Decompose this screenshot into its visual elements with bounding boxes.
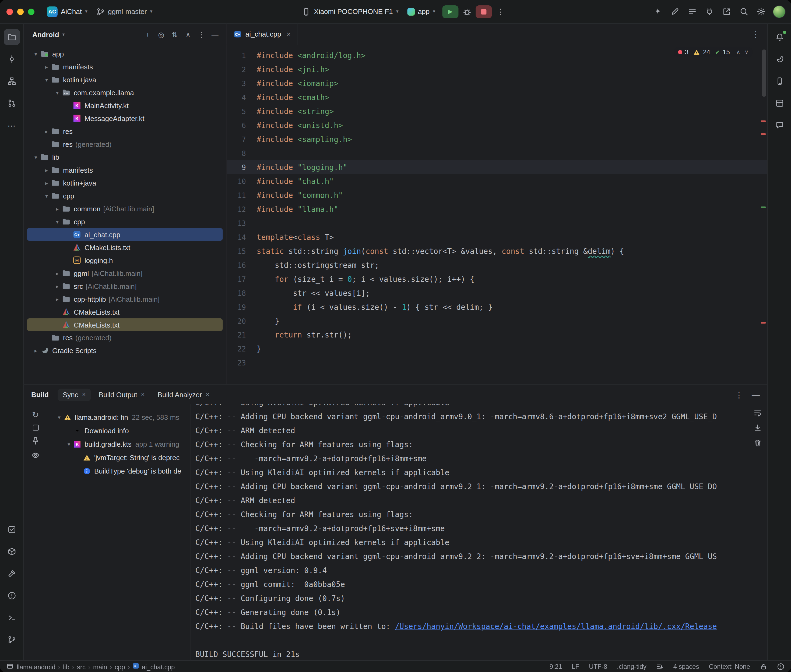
code-line[interactable]: 16 std::ostringstream str; xyxy=(226,258,767,272)
breadcrumb-item[interactable]: llama.android xyxy=(17,663,55,670)
tree-item-res[interactable]: ▸res xyxy=(27,125,223,138)
more-tool-windows-button[interactable]: ⋯ xyxy=(3,117,20,133)
line-number[interactable]: 8 xyxy=(226,149,257,157)
layout-inspector-button[interactable] xyxy=(771,95,788,111)
tree-item-kotlin-java[interactable]: ▾kotlin+java xyxy=(27,73,223,86)
chevron-right-icon[interactable]: ▸ xyxy=(31,347,40,354)
tree-item-cpp[interactable]: ▾cpp xyxy=(27,215,223,228)
context-selector[interactable]: Context: None xyxy=(709,662,750,670)
code-line[interactable]: 14template<class T> xyxy=(226,230,767,244)
tree-item-cmakelists-txt[interactable]: CMakeLists.txt xyxy=(27,241,223,254)
hide-panel-icon[interactable]: — xyxy=(210,31,220,38)
chevron-right-icon[interactable]: ▸ xyxy=(42,128,51,134)
tree-item-gradle-scripts[interactable]: ▸Gradle Scripts xyxy=(27,344,223,357)
tab-build-output[interactable]: Build Output × xyxy=(93,388,150,401)
tree-item-cmakelists-txt[interactable]: CMakeLists.txt xyxy=(27,306,223,318)
tab-build-analyzer[interactable]: Build Analyzer × xyxy=(152,388,215,401)
user-avatar[interactable] xyxy=(773,5,786,18)
re-sync-icon[interactable]: ↻ xyxy=(32,411,39,419)
code-line[interactable]: 21 return str.str(); xyxy=(226,328,767,342)
chevron-right-icon[interactable]: ▸ xyxy=(42,64,51,70)
line-number[interactable]: 6 xyxy=(226,121,257,130)
code-line[interactable]: 3#include <iomanip> xyxy=(226,76,767,90)
locate-file-icon[interactable]: ◎ xyxy=(157,31,166,38)
lock-icon[interactable] xyxy=(760,662,767,670)
commit-tool-button[interactable] xyxy=(3,51,20,67)
line-number[interactable]: 13 xyxy=(226,219,257,227)
sync-tree-item[interactable]: 'jvmTarget: String' is deprec xyxy=(47,451,191,464)
settings-button[interactable] xyxy=(753,5,769,19)
rename-refactor-button[interactable] xyxy=(667,5,682,19)
line-number[interactable]: 7 xyxy=(226,135,257,143)
sync-tree-item[interactable]: ▾llama.android: fin22 sec, 583 ms xyxy=(47,411,191,424)
code-line[interactable]: 18 str << values[i]; xyxy=(226,286,767,300)
code-line[interactable]: 20 } xyxy=(226,314,767,328)
run-button[interactable]: ▶ xyxy=(442,5,458,18)
chevron-down-icon[interactable]: ▾ xyxy=(42,77,51,83)
line-number[interactable]: 20 xyxy=(226,317,257,325)
tree-item-ai-chat-cpp[interactable]: C+ai_chat.cpp xyxy=(27,228,223,241)
encoding-selector[interactable]: UTF-8 xyxy=(589,662,607,670)
terminal-tool-button[interactable] xyxy=(3,610,20,626)
sync-tree-item[interactable]: Download info xyxy=(47,424,191,437)
clear-console-icon[interactable] xyxy=(753,438,762,447)
zoom-window-button[interactable] xyxy=(28,8,34,15)
stop-button[interactable] xyxy=(476,5,492,18)
breadcrumb-item[interactable]: ai_chat.cpp xyxy=(142,663,175,670)
debug-button[interactable] xyxy=(459,5,475,19)
sync-tree-item[interactable]: BuildType 'debug' is both de xyxy=(47,464,191,478)
line-number[interactable]: 19 xyxy=(226,303,257,311)
line-number[interactable]: 21 xyxy=(226,331,257,339)
code-editor[interactable]: 1#include <android/log.h>2#include <jni.… xyxy=(226,45,767,384)
editor-tab[interactable]: C+ ai_chat.cpp × xyxy=(226,24,298,45)
tree-item-cmakelists-txt[interactable]: CMakeLists.txt xyxy=(27,318,223,331)
more-actions-icon[interactable]: ⋮ xyxy=(493,5,508,19)
task-list-button[interactable] xyxy=(684,5,700,19)
code-line[interactable]: 23 xyxy=(226,356,767,370)
chevron-down-icon[interactable]: ▾ xyxy=(64,441,73,447)
breadcrumb-item[interactable]: src xyxy=(77,663,86,670)
line-number[interactable]: 12 xyxy=(226,205,257,213)
line-number[interactable]: 22 xyxy=(226,345,257,353)
build-tool-button[interactable] xyxy=(3,565,20,582)
close-tab-icon[interactable]: × xyxy=(141,391,145,398)
code-line[interactable]: 5#include <string> xyxy=(226,104,767,118)
close-tab-icon[interactable]: × xyxy=(287,30,291,38)
ai-assistant-button[interactable] xyxy=(650,5,665,19)
tree-item-messageadapter-kt[interactable]: KMessageAdapter.kt xyxy=(27,112,223,125)
chevron-right-icon[interactable]: ▸ xyxy=(53,283,62,289)
minimize-window-button[interactable] xyxy=(17,8,24,15)
code-line[interactable]: 7#include <sampling.h> xyxy=(226,132,767,146)
share-button[interactable] xyxy=(719,5,734,19)
code-line[interactable]: 13 xyxy=(226,216,767,230)
chevron-right-icon[interactable]: ▸ xyxy=(42,167,51,173)
chevron-right-icon[interactable]: ▸ xyxy=(53,270,62,276)
breadcrumb-item[interactable]: cpp xyxy=(115,663,125,670)
run-config-selector[interactable]: app ▾ xyxy=(403,6,439,17)
line-number[interactable]: 1 xyxy=(226,51,257,59)
chevron-down-icon[interactable]: ▾ xyxy=(53,90,62,96)
prev-problem-icon[interactable]: ∧ xyxy=(736,50,740,55)
code-line[interactable]: 10#include "chat.h" xyxy=(226,174,767,188)
tree-item-cpp[interactable]: ▾cpp xyxy=(27,189,223,202)
tree-item-manifests[interactable]: ▸manifests xyxy=(27,60,223,73)
change-stripe-mark[interactable] xyxy=(761,206,766,208)
error-stripe-mark[interactable] xyxy=(761,120,766,122)
stop-sync-icon[interactable] xyxy=(32,425,39,430)
close-tab-icon[interactable]: × xyxy=(205,391,209,398)
indent-selector[interactable]: 4 spaces xyxy=(673,662,699,670)
search-everywhere-button[interactable] xyxy=(736,5,751,19)
code-line[interactable]: 17 for (size_t i = 0; i < values.size();… xyxy=(226,272,767,286)
build-console[interactable]: C/C++: -- Using KleidiAI optimized kerne… xyxy=(191,404,767,660)
line-number[interactable]: 23 xyxy=(226,359,257,367)
code-line[interactable]: 15static std::string join(const std::vec… xyxy=(226,244,767,258)
chevron-right-icon[interactable]: ▸ xyxy=(42,180,51,186)
line-number[interactable]: 3 xyxy=(226,79,257,87)
notifications-button[interactable] xyxy=(771,29,788,45)
console-link[interactable]: /Users/hanyin/Workspace/ai-chat/examples… xyxy=(395,622,717,630)
expand-all-icon[interactable]: ⇅ xyxy=(170,31,179,38)
more-options-icon[interactable]: ⋮ xyxy=(197,31,206,38)
build-tool-window-title[interactable]: Build xyxy=(31,390,49,398)
tab-sync[interactable]: Sync × xyxy=(57,388,91,401)
device-selector[interactable]: Xiaomi POCOPHONE F1 ▾ xyxy=(298,6,403,18)
